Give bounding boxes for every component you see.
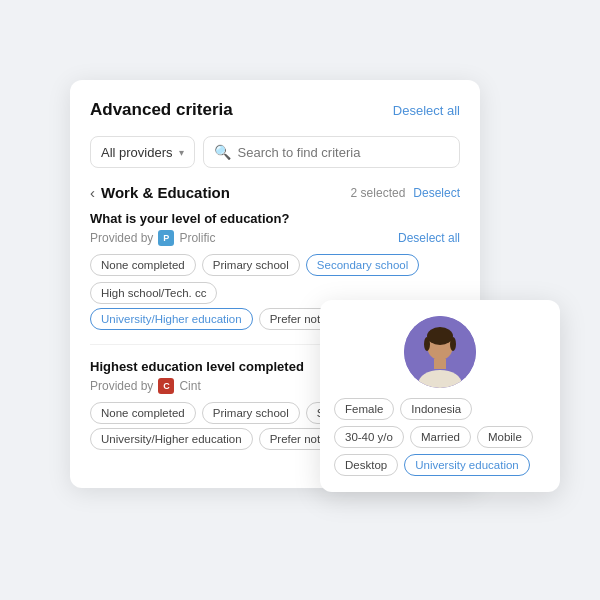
card-header: Advanced criteria Deselect all <box>90 100 460 120</box>
prolific-logo: P <box>158 230 174 246</box>
svg-point-3 <box>424 337 430 351</box>
cint-logo: C <box>158 378 174 394</box>
svg-rect-5 <box>434 359 446 369</box>
tag-primary-school-1[interactable]: Primary school <box>202 254 300 276</box>
profile-tag-desktop[interactable]: Desktop <box>334 454 398 476</box>
avatar-row <box>334 316 546 388</box>
tag-none-completed-2[interactable]: None completed <box>90 402 196 424</box>
profile-tag-married[interactable]: Married <box>410 426 471 448</box>
section-title-row: ‹ Work & Education <box>90 184 230 201</box>
provider-select[interactable]: All providers ▾ <box>90 136 195 168</box>
section-deselect-button[interactable]: Deselect <box>413 186 460 200</box>
profile-card: Female Indonesia 30-40 y/o Married Mobil… <box>320 300 560 492</box>
search-icon: 🔍 <box>214 144 231 160</box>
profile-tag-age[interactable]: 30-40 y/o <box>334 426 404 448</box>
section-title: Work & Education <box>101 184 230 201</box>
search-input[interactable] <box>238 145 449 160</box>
profile-tag-university-education[interactable]: University education <box>404 454 530 476</box>
search-row: All providers ▾ 🔍 <box>90 136 460 168</box>
selected-count: 2 selected <box>351 186 406 200</box>
section-meta: 2 selected Deselect <box>351 186 460 200</box>
back-button[interactable]: ‹ <box>90 184 95 201</box>
deselect-all-button[interactable]: Deselect all <box>393 103 460 118</box>
avatar <box>404 316 476 388</box>
provider-label: All providers <box>101 145 173 160</box>
tag-high-school-1[interactable]: High school/Tech. cc <box>90 282 217 304</box>
svg-point-4 <box>450 337 456 351</box>
chevron-down-icon: ▾ <box>179 147 184 158</box>
card-title: Advanced criteria <box>90 100 233 120</box>
provider-info-2: Provided by C Cint <box>90 378 201 394</box>
tags-row-1: None completed Primary school Secondary … <box>90 254 460 304</box>
provider-name-1: Prolific <box>179 231 215 245</box>
provider-name-2: Cint <box>179 379 200 393</box>
search-box: 🔍 <box>203 136 460 168</box>
profile-tag-female[interactable]: Female <box>334 398 394 420</box>
tag-university-1[interactable]: University/Higher education <box>90 308 253 330</box>
question-deselect-all-1[interactable]: Deselect all <box>398 231 460 245</box>
tag-none-completed-1[interactable]: None completed <box>90 254 196 276</box>
provided-by-label-2: Provided by <box>90 379 153 393</box>
tag-university-2[interactable]: University/Higher education <box>90 428 253 450</box>
profile-tag-mobile[interactable]: Mobile <box>477 426 533 448</box>
profile-tags: Female Indonesia 30-40 y/o Married Mobil… <box>334 398 546 476</box>
provider-info-1: Provided by P Prolific <box>90 230 215 246</box>
tag-primary-school-2[interactable]: Primary school <box>202 402 300 424</box>
provider-row-1: Provided by P Prolific Deselect all <box>90 230 460 246</box>
svg-point-2 <box>427 327 453 345</box>
tag-secondary-school-1[interactable]: Secondary school <box>306 254 419 276</box>
provided-by-label-1: Provided by <box>90 231 153 245</box>
profile-tag-indonesia[interactable]: Indonesia <box>400 398 472 420</box>
section-header: ‹ Work & Education 2 selected Deselect <box>90 184 460 201</box>
question-label-1: What is your level of education? <box>90 211 460 226</box>
